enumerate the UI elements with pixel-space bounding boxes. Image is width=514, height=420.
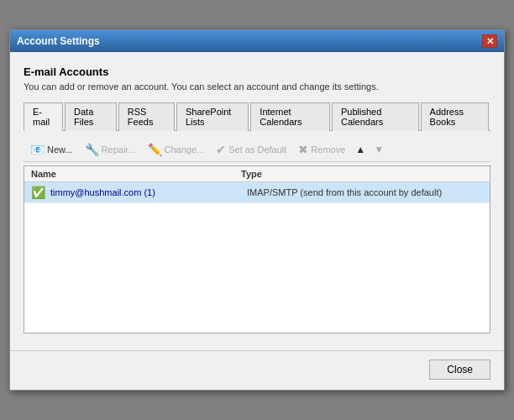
tab-data-files[interactable]: Data Files [65,102,117,131]
tab-sharepoint-lists[interactable]: SharePoint Lists [176,102,249,131]
remove-icon: ✖ [298,143,308,156]
account-type: IMAP/SMTP (send from this account by def… [247,187,483,197]
table-body: ✅ timmy@hushmail.com (1) IMAP/SMTP (send… [24,182,490,317]
tab-internet-calendars[interactable]: Internet Calendars [250,102,330,131]
move-up-button[interactable]: ▲ [352,142,369,157]
tab-published-calendars[interactable]: Published Calendars [332,102,419,131]
tab-bar: E-mail Data Files RSS Feeds SharePoint L… [24,102,490,131]
window-title: Account Settings [17,35,100,47]
repair-button[interactable]: 🔧 Repair... [80,141,141,158]
remove-button[interactable]: ✖ Remove [293,141,350,158]
repair-icon: 🔧 [85,143,99,156]
set-default-button[interactable]: ✔ Set as Default [211,141,291,158]
col-header-type: Type [241,169,483,179]
change-button[interactable]: ✏️ Change... [143,141,210,158]
new-button[interactable]: 📧 New... [25,141,78,158]
change-icon: ✏️ [148,143,162,156]
account-name: timmy@hushmail.com (1) [50,187,247,197]
title-bar: Account Settings ✕ [10,30,504,52]
footer-bar: Close [10,350,504,390]
table-row[interactable]: ✅ timmy@hushmail.com (1) IMAP/SMTP (send… [24,182,490,203]
accounts-table: Name Type ✅ timmy@hushmail.com (1) IMAP/… [24,165,490,333]
section-title: E-mail Accounts [24,66,490,78]
section-description: You can add or remove an account. You ca… [24,81,490,92]
accounts-toolbar: 📧 New... 🔧 Repair... ✏️ Change... ✔ Set … [24,138,490,162]
account-check-icon: ✅ [31,186,45,199]
set-default-icon: ✔ [216,143,226,156]
tab-rss-feeds[interactable]: RSS Feeds [118,102,175,131]
move-down-button[interactable]: ▼ [370,142,387,157]
account-settings-window: Account Settings ✕ E-mail Accounts You c… [9,29,505,391]
content-area: E-mail Accounts You can add or remove an… [10,52,504,344]
close-window-button[interactable]: ✕ [482,34,497,48]
new-icon: 📧 [30,143,45,156]
tab-email[interactable]: E-mail [24,102,63,131]
table-header: Name Type [24,166,490,182]
close-button[interactable]: Close [429,360,490,380]
tab-address-books[interactable]: Address Books [421,102,489,131]
col-header-name: Name [31,169,241,179]
